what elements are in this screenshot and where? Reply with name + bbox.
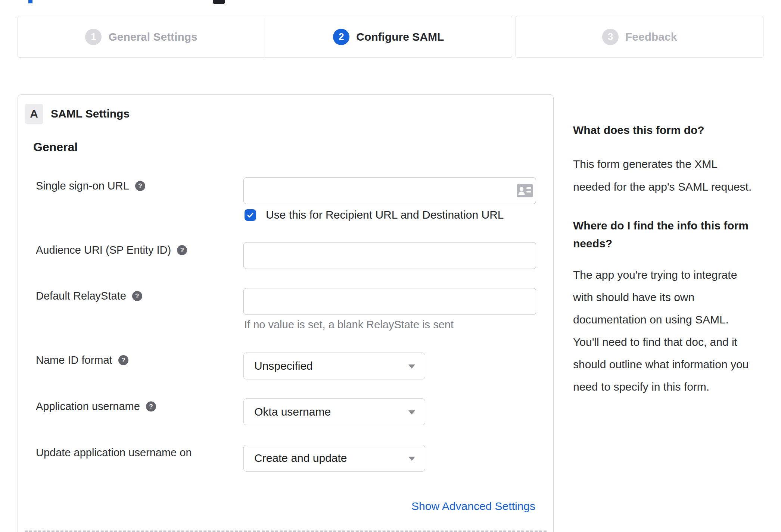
app-username-select[interactable]: Okta username: [243, 398, 425, 425]
app-username-label: Application username: [36, 400, 140, 413]
app-username-value: Okta username: [254, 406, 331, 418]
step-2-label: Configure SAML: [356, 31, 444, 43]
recipient-url-checkbox-row: Use this for Recipient URL and Destinati…: [245, 209, 504, 221]
step-general-settings[interactable]: 1 General Settings: [18, 16, 265, 57]
step-3-label: Feedback: [625, 31, 677, 43]
stepper-group: 1 General Settings 2 Configure SAML: [18, 16, 512, 58]
step-1-label: General Settings: [108, 31, 197, 43]
audience-uri-label: Audience URI (SP Entity ID): [36, 244, 171, 256]
help-icon[interactable]: ?: [146, 401, 156, 411]
show-advanced-settings-link[interactable]: Show Advanced Settings: [411, 500, 535, 513]
update-username-select[interactable]: Create and update: [243, 445, 425, 472]
step-3-number-badge: 3: [602, 29, 619, 45]
recipient-url-checkbox[interactable]: [245, 209, 256, 221]
dropdown-caret-icon: [408, 410, 415, 414]
saml-settings-card: A SAML Settings General Single sign-on U…: [18, 94, 554, 532]
help-icon[interactable]: ?: [135, 181, 145, 191]
name-id-format-select[interactable]: Unspecified: [243, 353, 425, 379]
cutoff-logo-fragment: [28, 0, 32, 3]
relaystate-helper-text: If no value is set, a blank RelayState i…: [244, 319, 454, 331]
audience-uri-input[interactable]: [243, 242, 536, 269]
relaystate-input[interactable]: [243, 288, 536, 315]
dropdown-caret-icon: [408, 457, 415, 461]
general-group-heading: General: [33, 140, 78, 154]
update-username-label: Update application username on: [36, 447, 192, 459]
update-username-value: Create and update: [254, 452, 347, 464]
sidebar-paragraph-1: This form generates the XML needed for t…: [573, 153, 757, 198]
help-icon[interactable]: ?: [132, 291, 142, 301]
section-dashed-separator: [25, 531, 547, 532]
sso-url-label-row: Single sign-on URL ?: [36, 180, 145, 192]
step-1-number-badge: 1: [85, 29, 102, 45]
update-username-label-row: Update application username on: [36, 447, 192, 459]
dropdown-caret-icon: [408, 364, 415, 369]
section-title: SAML Settings: [51, 104, 130, 124]
section-badge: A: [25, 104, 43, 124]
step-feedback[interactable]: 3 Feedback: [516, 16, 763, 58]
sidebar-heading-1: What does this form do?: [573, 121, 757, 139]
sidebar-heading-2: Where do I find the info this form needs…: [573, 217, 757, 253]
sso-url-input[interactable]: [243, 177, 536, 204]
name-id-format-label: Name ID format: [36, 354, 112, 366]
cutoff-app-icon-fragment: [213, 0, 225, 4]
name-id-format-label-row: Name ID format ?: [36, 354, 128, 366]
wizard-stepper: 1 General Settings 2 Configure SAML 3 Fe…: [18, 16, 763, 58]
help-sidebar: What does this form do? This form genera…: [573, 121, 757, 398]
check-icon: [246, 211, 254, 219]
audience-uri-label-row: Audience URI (SP Entity ID) ?: [36, 244, 187, 256]
sso-url-label: Single sign-on URL: [36, 180, 129, 192]
help-icon[interactable]: ?: [177, 245, 187, 255]
help-icon[interactable]: ?: [118, 355, 128, 365]
app-username-label-row: Application username ?: [36, 400, 156, 413]
relaystate-label-row: Default RelayState ?: [36, 290, 142, 302]
step-configure-saml[interactable]: 2 Configure SAML: [265, 16, 512, 57]
relaystate-label: Default RelayState: [36, 290, 126, 302]
sidebar-paragraph-2: The app you're trying to integrate with …: [573, 264, 757, 398]
recipient-url-checkbox-label: Use this for Recipient URL and Destinati…: [266, 209, 504, 221]
name-id-format-value: Unspecified: [254, 360, 313, 372]
step-2-number-badge: 2: [333, 29, 349, 45]
